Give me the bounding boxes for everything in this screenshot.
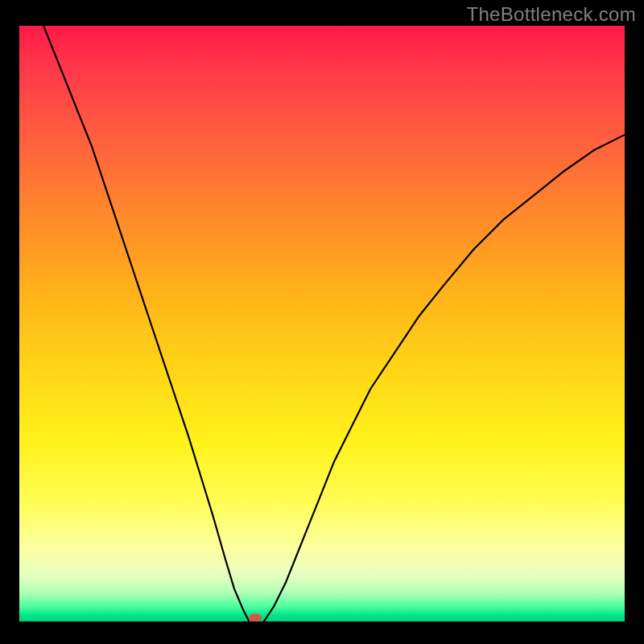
bottleneck-curve	[19, 26, 625, 621]
chart-area	[19, 26, 625, 621]
curve-path	[43, 26, 625, 621]
optimal-point-marker	[249, 614, 262, 621]
watermark-text: TheBottleneck.com	[466, 3, 636, 26]
